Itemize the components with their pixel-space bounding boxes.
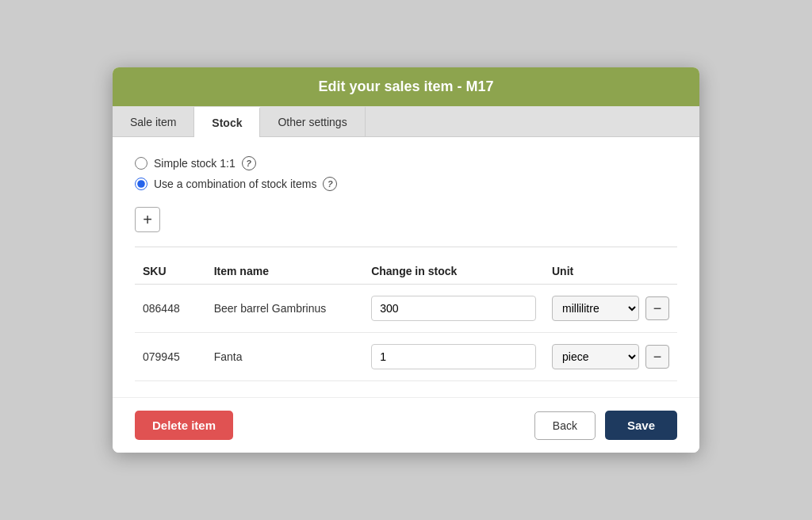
save-button[interactable]: Save bbox=[605, 411, 677, 440]
tabs-bar: Sale item Stock Other settings bbox=[113, 106, 699, 137]
remove-row-button[interactable]: − bbox=[645, 296, 669, 320]
modal-footer: Delete item Back Save bbox=[113, 397, 699, 453]
simple-stock-help-icon[interactable]: ? bbox=[242, 156, 256, 170]
cell-sku: 086448 bbox=[135, 285, 206, 333]
col-header-change-in-stock: Change in stock bbox=[363, 258, 544, 285]
simple-stock-label: Simple stock 1:1 bbox=[154, 157, 236, 170]
cell-sku: 079945 bbox=[135, 333, 206, 381]
cell-item-name: Fanta bbox=[206, 333, 363, 381]
modal-header: Edit your sales item - M17 bbox=[113, 67, 699, 106]
unit-select[interactable]: millilitrelitrepiecegramkilogram bbox=[552, 296, 639, 321]
tab-stock[interactable]: Stock bbox=[194, 107, 260, 137]
col-header-sku: SKU bbox=[135, 258, 206, 285]
tab-sale-item[interactable]: Sale item bbox=[113, 106, 194, 136]
change-in-stock-input[interactable] bbox=[371, 296, 536, 321]
table-row: 079945Fantamillilitrelitrepiecegramkilog… bbox=[135, 333, 677, 381]
combination-stock-radio[interactable] bbox=[135, 178, 147, 190]
modal: Edit your sales item - M17 Sale item Sto… bbox=[113, 67, 699, 453]
cell-item-name: Beer barrel Gambrinus bbox=[206, 285, 363, 333]
delete-item-button[interactable]: Delete item bbox=[135, 411, 233, 440]
footer-right: Back Save bbox=[534, 411, 677, 440]
simple-stock-radio[interactable] bbox=[135, 157, 147, 170]
table-row: 086448Beer barrel Gambrinusmillilitrelit… bbox=[135, 285, 677, 333]
tab-other-settings[interactable]: Other settings bbox=[260, 106, 365, 136]
cell-change-in-stock bbox=[363, 285, 544, 333]
cell-unit: millilitrelitrepiecegramkilogram− bbox=[544, 333, 677, 381]
unit-select[interactable]: millilitrelitrepiecegramkilogram bbox=[552, 344, 639, 369]
combination-stock-help-icon[interactable]: ? bbox=[323, 177, 337, 191]
modal-body: Simple stock 1:1 ? Use a combination of … bbox=[113, 137, 699, 397]
col-header-item-name: Item name bbox=[206, 258, 363, 285]
combination-stock-row: Use a combination of stock items ? bbox=[135, 177, 677, 191]
back-button[interactable]: Back bbox=[534, 411, 596, 440]
add-stock-item-button[interactable]: + bbox=[135, 207, 160, 232]
change-in-stock-input[interactable] bbox=[371, 344, 536, 369]
cell-change-in-stock bbox=[363, 333, 544, 381]
modal-title: Edit your sales item - M17 bbox=[318, 78, 493, 94]
remove-row-button[interactable]: − bbox=[645, 345, 669, 369]
cell-unit: millilitrelitrepiecegramkilogram− bbox=[544, 285, 677, 333]
stock-type-radio-group: Simple stock 1:1 ? Use a combination of … bbox=[135, 156, 677, 191]
table-divider bbox=[135, 247, 677, 247]
stock-table: SKU Item name Change in stock Unit 08644… bbox=[135, 258, 677, 381]
combination-stock-label: Use a combination of stock items bbox=[154, 178, 316, 190]
col-header-unit: Unit bbox=[544, 258, 677, 285]
simple-stock-row: Simple stock 1:1 ? bbox=[135, 156, 677, 170]
